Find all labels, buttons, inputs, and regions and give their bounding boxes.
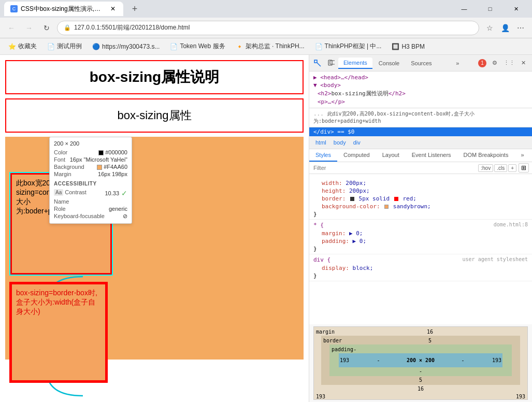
profile-icon[interactable]: 👤 [498, 21, 512, 35]
h3bpm-label: H3 BPM [401, 43, 425, 50]
bg-swatch [97, 165, 102, 170]
address-bar[interactable]: 🔒 127.0.0.1:5501/前端/20201218/dome.html [57, 21, 479, 35]
demo-div2-text: box-sizing=border-box时,盒子大小为:width(盒子自身大… [12, 284, 105, 321]
dom-line-body[interactable]: ▼ <body> [311, 81, 530, 89]
dom-tree[interactable]: ▶ <head>…</head> ▼ <body> <h2>box-sizing… [309, 71, 532, 108]
css-prop-display: display: block; [313, 264, 528, 272]
tooltip-margin-row: Margin 16px 198px [54, 170, 127, 178]
tooltip-color-row: Color #000000 [54, 149, 127, 156]
acc-keyboard-row: Keyboard-focusable ⊘ [54, 212, 127, 220]
bookmarks-bar: ⭐ 收藏夹 📄 测试用例 🔵 https://my300473.s... 📄 T… [0, 38, 532, 55]
bookmark-url[interactable]: 🔵 https://my300473.s... [88, 41, 164, 52]
computed-styles-icon[interactable]: ⊞ [519, 163, 529, 173]
content-minus2: - [462, 357, 465, 363]
css-close-brace-3: } [313, 272, 528, 280]
border-top-row: border 5 [323, 338, 518, 343]
more-style-tabs[interactable]: » [514, 149, 530, 162]
dom-line-p[interactable]: <p>…</p> [311, 98, 530, 106]
page-title: box-sizing属性说明 [90, 69, 219, 85]
bookmark-arch[interactable]: 🔸 架构总监 · ThinkPH... [232, 40, 309, 52]
dom-subtabs: html body div [309, 136, 532, 149]
css-prop-margin: margin: ▶ 0; [313, 229, 528, 237]
prop-name-margin: margin: [322, 230, 349, 237]
dom-breakpoints-tab[interactable]: DOM Breakpoints [457, 149, 515, 162]
close-devtools-icon[interactable]: ✕ [517, 57, 530, 69]
dom-tag-h2: <h2> [318, 90, 332, 97]
margin-layer: margin 16 border 5 [314, 327, 527, 394]
inspect-element-tool[interactable] [311, 57, 324, 69]
cls-filter-btn[interactable]: .cls [494, 164, 507, 172]
styles-panel: Styles Computed Layout Event Listeners D… [309, 149, 532, 402]
settings-icon[interactable]: ⋯ [513, 21, 528, 35]
border-bottom-val: 5 [323, 377, 518, 383]
dom-line-head[interactable]: ▶ <head>…</head> [311, 74, 530, 81]
layout-tab[interactable]: Layout [376, 149, 406, 162]
bookmark-star-icon[interactable]: ☆ [482, 21, 497, 35]
more-options-icon[interactable]: ⋮⋮ [503, 57, 515, 69]
event-listeners-tab[interactable]: Event Listeners [406, 149, 457, 162]
close-button[interactable]: ✕ [504, 0, 528, 18]
hover-filter-btn[interactable]: :hov [478, 164, 493, 172]
prop-name-display: display: [322, 265, 353, 271]
box-model-diagram: margin 16 border 5 [313, 326, 528, 400]
bookmark-thinkphp[interactable]: 📄 ThinkPHP框架 | 中... [311, 40, 386, 52]
page-title-box: box-sizing属性说明 [5, 60, 304, 94]
tooltip-dimensions: 200 × 200 [54, 140, 127, 147]
padding-top-row: padding- [332, 347, 510, 352]
tab-close-button[interactable]: ✕ [109, 5, 117, 13]
margin-right-val-side: 193 [516, 394, 525, 399]
acc-role-row: Role generic [54, 205, 127, 212]
font-label: Font [54, 156, 65, 163]
border-label: border [323, 338, 342, 343]
css-close-brace-2: } [313, 245, 528, 253]
subtab-div[interactable]: div [351, 138, 363, 147]
acc-role-label: Role [54, 206, 66, 212]
css-prop-bgcolor: background-color: sandybrown; [313, 203, 528, 210]
prop-val-border-color: red; [402, 195, 416, 202]
css-rule-3: div { user agent stylesheet display: blo… [309, 254, 532, 281]
dom-tag-body: ▼ <body> [313, 82, 341, 89]
css-prop-padding: padding: ▶ 0; [313, 237, 528, 245]
forward-button[interactable]: → [22, 21, 36, 35]
tooltip-bg-row: Background #F4AA60 [54, 163, 127, 170]
maximize-button[interactable]: □ [478, 0, 502, 18]
bookmark-test[interactable]: 📄 测试用例 [43, 40, 86, 52]
styles-filter-bar: :hov .cls + ⊞ [309, 162, 532, 174]
prop-val-display: block; [353, 265, 373, 271]
settings-gear-icon[interactable]: ⚙ [488, 57, 501, 69]
css-rule-1: width: 200px; height: 200px; border: 5px… [309, 176, 532, 220]
bookmark-favorites[interactable]: ⭐ 收藏夹 [4, 40, 41, 52]
new-tab-button[interactable]: + [127, 2, 142, 16]
favorites-icon: ⭐ [8, 43, 16, 50]
padding-layer: padding- 193 - 200 × 200 - 193 [329, 344, 512, 376]
favorites-label: 收藏夹 [18, 42, 37, 51]
tab-console[interactable]: Console [373, 58, 405, 68]
dom-selected-tag[interactable]: </div> == $0 [309, 127, 532, 136]
subtab-html[interactable]: html [313, 138, 328, 147]
styles-tab[interactable]: Styles [309, 149, 337, 162]
padding-bottom: - [419, 368, 422, 374]
acc-keyboard-label: Keyboard-focusable [54, 213, 105, 220]
back-button[interactable]: ← [4, 21, 19, 35]
subtab-body[interactable]: body [332, 138, 348, 147]
tab-sources[interactable]: Sources [406, 58, 437, 68]
demo-area: 200 × 200 Color #000000 Font 16px "Micro… [5, 137, 304, 360]
tab-elements[interactable]: Elements [338, 58, 372, 69]
computed-tab[interactable]: Computed [337, 149, 376, 162]
arch-label: 架构总监 · ThinkPH... [246, 42, 305, 51]
acc-contrast-value: 10.33 ✓ [105, 189, 127, 197]
device-toolbar-tool[interactable] [325, 57, 337, 69]
bookmark-token[interactable]: 📄 Token Web 服务 [166, 40, 229, 52]
url-text: 127.0.0.1:5501/前端/20201218/dome.html [74, 23, 472, 32]
filter-input[interactable] [312, 164, 476, 172]
active-tab[interactable]: C CSS中box-sizing属性演示,CSS中... ✕ [4, 2, 123, 16]
reload-button[interactable]: ↻ [39, 21, 54, 35]
add-style-btn[interactable]: + [508, 164, 516, 172]
css-prop-border: border: 5px solid red; [313, 195, 528, 203]
dom-line-h2[interactable]: <h2>box-sizing属性说明</h2> [311, 89, 530, 98]
bookmark-h3bpm[interactable]: 🔲 H3 BPM [387, 41, 429, 52]
title-bar: C CSS中box-sizing属性演示,CSS中... ✕ + — □ ✕ [0, 0, 532, 18]
minimize-button[interactable]: — [452, 0, 476, 18]
devtools-more-tabs[interactable]: » [454, 58, 461, 68]
color-swatch [98, 150, 104, 155]
